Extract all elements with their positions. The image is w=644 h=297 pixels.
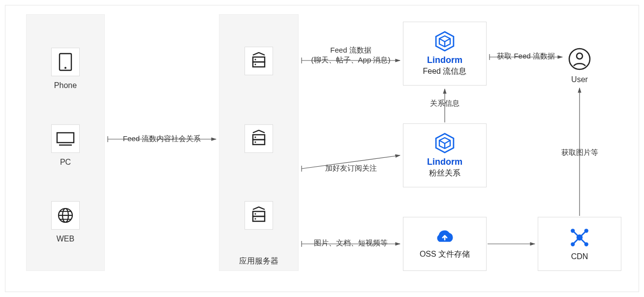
cdn-icon — [569, 227, 590, 248]
svg-line-36 — [573, 238, 580, 244]
server-node-1 — [245, 47, 273, 75]
web-label: WEB — [16, 235, 115, 243]
svg-point-12 — [255, 64, 256, 65]
svg-point-16 — [255, 142, 256, 143]
oss-label: OSS 文件存储 — [420, 249, 470, 260]
user-node — [565, 45, 594, 73]
lindorm-icon — [434, 30, 456, 52]
pc-node — [51, 124, 80, 153]
svg-line-34 — [573, 231, 580, 238]
svg-line-37 — [580, 238, 586, 244]
lindorm-fans-subtitle: 粉丝关系 — [429, 168, 460, 178]
server-icon — [250, 130, 268, 148]
lindorm-feed-title: Lindorm — [427, 55, 462, 65]
lindorm-feed-subtitle: Feed 流信息 — [423, 66, 467, 77]
edge-app-to-feed-l2: (聊天、帖子、App 消息) — [311, 56, 391, 65]
lindorm-icon — [434, 132, 456, 154]
cloud-upload-icon — [434, 229, 456, 245]
lindorm-fans-node: Lindorm 粉丝关系 — [403, 123, 487, 187]
cdn-label: CDN — [571, 252, 588, 261]
cdn-node: CDN — [538, 217, 621, 271]
svg-point-19 — [255, 213, 256, 215]
edge-fans-to-feed: 关系信息 — [430, 99, 460, 108]
web-node — [51, 201, 80, 230]
server-icon — [250, 207, 268, 224]
lindorm-feed-node: Lindorm Feed 流信息 — [403, 22, 487, 86]
user-icon — [568, 47, 591, 71]
svg-line-35 — [580, 231, 586, 238]
pc-label: PC — [16, 158, 115, 167]
server-icon — [250, 52, 268, 70]
svg-point-28 — [577, 53, 583, 59]
phone-label: Phone — [16, 81, 115, 90]
svg-point-11 — [255, 59, 256, 60]
edge-app-to-feed-l1: Feed 流数据 — [330, 46, 371, 55]
server-node-2 — [245, 124, 273, 153]
edge-feed-to-user: 获取 Feed 流数据 — [497, 52, 555, 61]
diagram-canvas: Phone PC WEB — [5, 5, 639, 292]
edge-clients-to-app: Feed 流数内容社会关系 — [123, 134, 201, 144]
globe-icon — [57, 207, 74, 224]
edge-cdn-to-user: 获取图片等 — [561, 148, 598, 157]
phone-node — [51, 48, 80, 76]
lindorm-fans-title: Lindorm — [427, 157, 462, 167]
user-label: User — [530, 75, 629, 84]
server-node-3 — [245, 201, 273, 230]
svg-rect-2 — [57, 133, 74, 143]
svg-point-1 — [64, 67, 66, 69]
edge-app-to-fans: 加好友订阅关注 — [325, 164, 377, 173]
pc-icon — [56, 131, 75, 146]
phone-icon — [59, 53, 72, 71]
edge-app-to-oss: 图片、文档、短视频等 — [314, 238, 388, 248]
app-server-label: 应用服务器 — [210, 256, 308, 267]
svg-point-20 — [255, 218, 256, 220]
oss-node: OSS 文件存储 — [403, 217, 487, 271]
svg-point-15 — [255, 137, 256, 138]
